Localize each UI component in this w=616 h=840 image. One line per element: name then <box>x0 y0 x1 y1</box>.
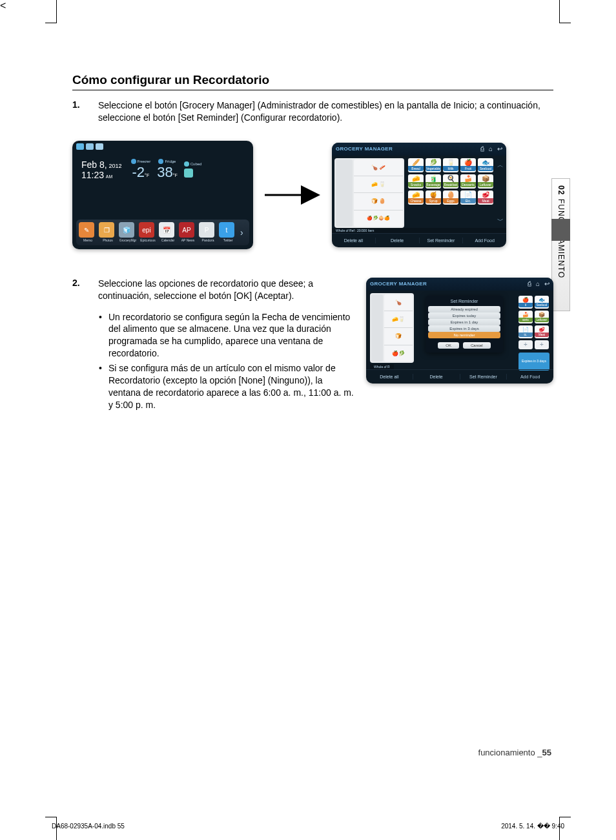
food-category-leftover[interactable]: 📦Leftover <box>478 174 493 189</box>
add-slot-button[interactable]: + <box>518 340 533 349</box>
cancel-button[interactable]: Cancel <box>463 342 491 349</box>
app-icon-calendar[interactable]: 📅 <box>159 222 174 238</box>
gm-toolbar: Delete allDeleteSet ReminderAdd Food <box>366 369 553 384</box>
app-dock: ✎Memo❒Photos🧊GroceryMgrepiEpicurious📅Cal… <box>76 220 249 245</box>
reminder-option[interactable]: Expires in 3 days <box>428 325 500 332</box>
reminder-option[interactable]: No reminder <box>428 332 500 338</box>
home-icon[interactable]: ⌂ <box>489 145 493 152</box>
food-category-syrup[interactable]: 🍯Syrup <box>426 190 441 205</box>
reminder-option[interactable]: Expires today <box>428 312 500 319</box>
scroll-arrows[interactable]: ︿﹀ <box>497 158 504 228</box>
food-category-mini[interactable]: 📦Leftover <box>535 311 549 323</box>
gm-title: GROCERY MANAGER <box>370 281 427 287</box>
fridge-interior-view: 🍗 🥓 🧀 🥛 🍞 🥚 🍎🥬🧅🍊 <box>334 158 404 228</box>
chevron-up-icon[interactable]: ︿ <box>497 161 504 170</box>
food-category-mini[interactable]: 📄tc. <box>518 325 533 338</box>
fridge-home-screen: Feb 8, 2012 11:23 AM Freezer -2°F Fridge… <box>72 141 253 249</box>
save-icon[interactable]: ⎙ <box>528 280 531 287</box>
gm-status: Whole of R <box>370 364 394 369</box>
food-category-label: Meat <box>535 333 549 337</box>
expires-badge: Expires in 3 days <box>518 353 549 371</box>
food-category-desserts[interactable]: 🍰Desserts <box>460 174 476 189</box>
food-category-mini[interactable]: 🥩Meat <box>535 325 549 338</box>
app-label: Memo <box>79 238 97 242</box>
food-category-etc.[interactable]: 📄Etc. <box>460 190 476 205</box>
food-category-mini[interactable]: 🐟Seafood <box>535 296 549 309</box>
app-icon-ap news[interactable]: AP <box>179 222 194 238</box>
food-category-label: Seafood <box>535 303 549 307</box>
food-category-bread[interactable]: 🥖Bread <box>408 158 424 172</box>
print-file: DA68-02935A-04.indb 55 <box>52 823 125 830</box>
food-category-label: Seafood <box>478 166 493 171</box>
food-category-breakfast[interactable]: 🍳Breakfast <box>443 174 458 189</box>
chevron-down-icon[interactable]: ﹀ <box>497 216 504 225</box>
status-chip <box>76 143 84 150</box>
temp-unit: °F <box>145 173 149 178</box>
reminder-option[interactable]: Expires in 1 day <box>428 319 500 325</box>
food-category-label: Meat <box>478 198 493 203</box>
food-glyph-icon: 📄 <box>522 327 529 333</box>
step-2-bullet-1: Un recordatorio se configura según la Fe… <box>108 311 354 360</box>
food-category-label: Fruit <box>460 166 476 171</box>
app-icon-memo[interactable]: ✎ <box>79 222 94 238</box>
dock-next-icon[interactable]: › <box>239 227 245 238</box>
reminder-option[interactable]: Already expired <box>428 306 500 312</box>
side-tab-num: 02 <box>557 185 566 195</box>
app-icon-epicurious[interactable]: epi <box>139 222 154 238</box>
cubed-icon <box>184 169 193 178</box>
food-category-eggs[interactable]: 🥚Eggs <box>443 190 458 205</box>
home-icon[interactable]: ⌂ <box>536 280 540 287</box>
ok-button[interactable]: OK <box>438 342 459 349</box>
food-category-seafood[interactable]: 🐟Seafood <box>478 158 493 172</box>
food-category-milk[interactable]: 🥛Milk <box>443 158 458 172</box>
food-glyph-icon: 🍰 <box>522 312 529 318</box>
delete-button[interactable]: Delete <box>413 374 460 380</box>
print-metadata: DA68-02935A-04.indb 55 2014. 5. 14. �� 9… <box>52 823 564 830</box>
set-reminder-button[interactable]: Set Reminder <box>460 374 508 380</box>
app-icon-grocerymgr[interactable]: 🧊 <box>119 222 134 238</box>
date-time-block: Feb 8, 2012 11:23 AM <box>81 159 122 180</box>
food-category-label: Vegetable <box>426 166 441 171</box>
app-icon-photos[interactable]: ❒ <box>99 222 114 238</box>
step-2-number: 2. <box>72 278 98 414</box>
delete-all-button[interactable]: Delete all <box>366 374 413 380</box>
app-label: Calendar <box>159 238 177 242</box>
food-glyph-icon: 📄 <box>464 191 472 198</box>
freezer-icon <box>131 159 136 164</box>
back-icon[interactable]: ↩ <box>544 280 549 287</box>
side-tab-marker <box>551 219 570 241</box>
delete-all-button[interactable]: Delete all <box>332 238 376 243</box>
food-category-mini[interactable]: 🍎it <box>518 296 533 309</box>
back-icon[interactable]: ↩ <box>497 145 502 152</box>
food-category-label: Milk <box>443 166 458 171</box>
delete-button[interactable]: Delete <box>376 238 420 243</box>
freezer-label: Freezer <box>138 159 151 163</box>
gm-status: Whole of Ref : 20/300 Item <box>332 228 506 233</box>
food-category-label: tc. <box>518 333 533 337</box>
add-food-button[interactable]: Add Food <box>463 238 506 243</box>
food-category-label: serts <box>518 318 533 322</box>
food-category-beverage[interactable]: 🧃Beverage <box>426 174 441 189</box>
set-reminder-dialog: Set Reminder Already expiredExpires toda… <box>426 296 503 353</box>
app-icon-twitter[interactable]: t <box>219 222 234 238</box>
add-food-button[interactable]: Add Food <box>507 374 553 380</box>
grocery-manager-screen: GROCERY MANAGER ⎙ ⌂ ↩ 🍗 🥓 🧀 🥛 🍞 🥚 🍎🥬🧅🍊 <box>332 143 506 247</box>
food-category-snacks[interactable]: 🧀Snacks <box>408 174 424 189</box>
food-category-label: Syrup <box>426 198 441 203</box>
side-food-cells: 🍎it🐟Seafood🍰serts📦Leftover📄tc.🥩Meat++Exp… <box>518 296 549 371</box>
food-category-label: it <box>518 303 533 307</box>
food-category-fruit[interactable]: 🍎Fruit <box>460 158 476 172</box>
food-category-meat[interactable]: 🥩Meat <box>478 190 493 205</box>
save-icon[interactable]: ⎙ <box>480 145 484 152</box>
food-category-mini[interactable]: 🍰serts <box>518 311 533 323</box>
app-label: Twitter <box>219 238 237 242</box>
step-1-number: 1. <box>72 99 98 124</box>
food-category-cheese[interactable]: 🧀Cheese <box>408 190 424 205</box>
food-category-vegetable[interactable]: 🥬Vegetable <box>426 158 441 172</box>
date: Feb 8, <box>81 159 107 170</box>
add-slot-button[interactable]: + <box>535 340 549 349</box>
page-footer: funcionamiento _55 <box>478 748 551 757</box>
app-icon-pandora[interactable]: P <box>199 222 214 238</box>
set-reminder-button[interactable]: Set Reminder <box>420 238 464 243</box>
food-category-label: Eggs <box>443 198 458 203</box>
